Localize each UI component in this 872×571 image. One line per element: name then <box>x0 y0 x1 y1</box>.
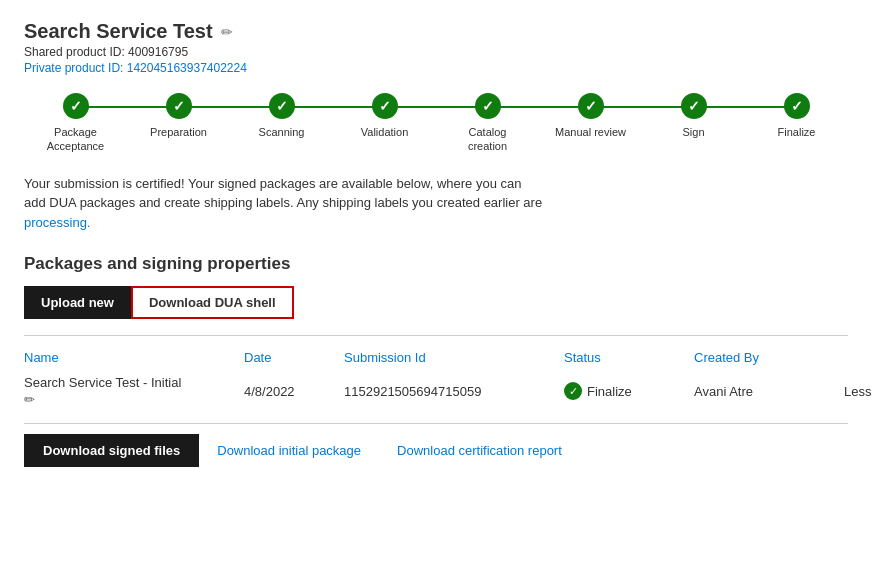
step-label: Sign <box>682 125 704 139</box>
download-cert-link[interactable]: Download certification report <box>379 435 580 466</box>
less-button[interactable]: Less ∧ <box>844 384 872 399</box>
button-row: Upload new Download DUA shell <box>24 286 848 319</box>
shared-product-id: Shared product ID: 400916795 <box>24 45 848 59</box>
processing-link[interactable]: processing. <box>24 215 90 230</box>
step-circle: ✓ <box>681 93 707 119</box>
table-header: Name Date Submission Id Status Created B… <box>24 346 848 369</box>
notification-text: Your submission is certified! Your signe… <box>24 174 848 233</box>
edit-title-icon[interactable]: ✏ <box>221 24 233 40</box>
col-status: Status <box>564 350 694 365</box>
step-package-acceptance: ✓ PackageAcceptance <box>24 93 127 154</box>
col-date: Date <box>244 350 344 365</box>
status-icon: ✓ <box>564 382 582 400</box>
row-name-col: Search Service Test - Initial ✏ <box>24 375 244 407</box>
progress-steps: ✓ PackageAcceptance ✓ Preparation ✓ Scan… <box>24 93 848 154</box>
row-status: ✓ Finalize <box>564 382 694 400</box>
section-title: Packages and signing properties <box>24 254 848 274</box>
row-created-by: Avani Atre <box>694 384 844 399</box>
step-label: Scanning <box>259 125 305 139</box>
col-name: Name <box>24 350 244 365</box>
step-label: Preparation <box>150 125 207 139</box>
table-row: Search Service Test - Initial ✏ 4/8/2022… <box>24 369 848 413</box>
col-action <box>844 350 872 365</box>
download-dua-button[interactable]: Download DUA shell <box>131 286 294 319</box>
row-date: 4/8/2022 <box>244 384 344 399</box>
step-circle: ✓ <box>166 93 192 119</box>
row-submission-id: 1152921505694715059 <box>344 384 564 399</box>
step-catalog-creation: ✓ Catalogcreation <box>436 93 539 154</box>
row-name: Search Service Test - Initial <box>24 375 244 390</box>
step-label: PackageAcceptance <box>47 125 104 154</box>
upload-new-button[interactable]: Upload new <box>24 286 131 319</box>
step-circle: ✓ <box>784 93 810 119</box>
edit-row-icon[interactable]: ✏ <box>24 392 244 407</box>
table-top-divider <box>24 335 848 336</box>
step-circle: ✓ <box>475 93 501 119</box>
private-product-id: Private product ID: 142045163937402224 <box>24 61 848 75</box>
step-manual-review: ✓ Manual review <box>539 93 642 139</box>
step-label: Manual review <box>555 125 626 139</box>
step-circle: ✓ <box>578 93 604 119</box>
status-label: Finalize <box>587 384 632 399</box>
step-circle: ✓ <box>269 93 295 119</box>
action-row: Download signed files Download initial p… <box>24 434 848 467</box>
step-label: Finalize <box>778 125 816 139</box>
step-validation: ✓ Validation <box>333 93 436 139</box>
step-finalize: ✓ Finalize <box>745 93 848 139</box>
bottom-divider <box>24 423 848 424</box>
step-circle: ✓ <box>372 93 398 119</box>
download-initial-link[interactable]: Download initial package <box>199 435 379 466</box>
step-label: Validation <box>361 125 409 139</box>
step-preparation: ✓ Preparation <box>127 93 230 139</box>
step-scanning: ✓ Scanning <box>230 93 333 139</box>
download-signed-button[interactable]: Download signed files <box>24 434 199 467</box>
col-submission-id: Submission Id <box>344 350 564 365</box>
step-circle: ✓ <box>63 93 89 119</box>
col-created-by: Created By <box>694 350 844 365</box>
step-sign: ✓ Sign <box>642 93 745 139</box>
step-label: Catalogcreation <box>468 125 507 154</box>
page-title: Search Service Test <box>24 20 213 43</box>
